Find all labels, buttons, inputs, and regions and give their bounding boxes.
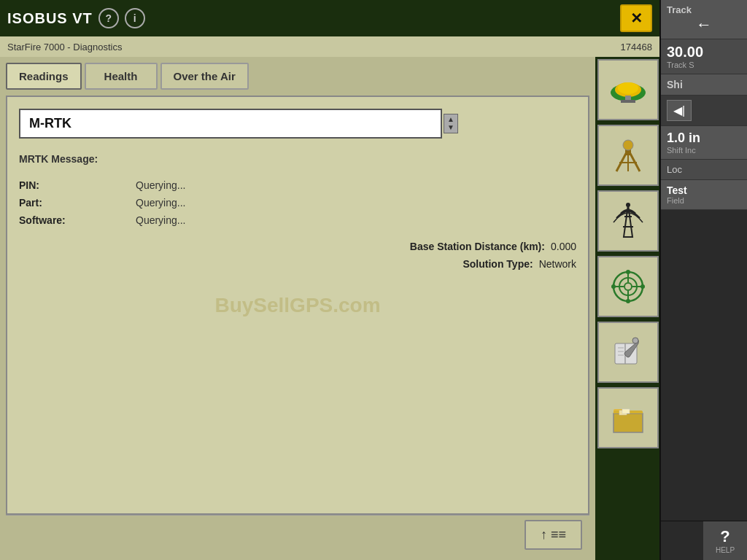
software-row: Software: Querying...: [19, 214, 576, 226]
solution-type-value: Network: [539, 258, 576, 270]
part-label: Part:: [19, 197, 136, 209]
solution-type-row: Solution Type: Network: [19, 258, 576, 270]
content-wrapper: Readings Health Over the Air M-RTK ▲ ▼: [0, 57, 659, 560]
back-button[interactable]: ◀|: [667, 100, 692, 121]
shift-section: Shi: [661, 74, 747, 96]
left-panel: Readings Health Over the Air M-RTK ▲ ▼: [0, 57, 595, 560]
wrench-book-button[interactable]: [597, 322, 659, 383]
subtitle-bar: StarFire 7000 - Diagnostics 174468: [0, 36, 659, 57]
bottom-bar: ↑ ≡≡: [6, 515, 589, 554]
tab-over-the-air[interactable]: Over the Air: [160, 63, 249, 90]
far-right-panel: Track ← 30.00 Track S Shi ◀| 1.0 in Shif…: [659, 0, 747, 560]
info-icon[interactable]: i: [125, 8, 145, 28]
track-number: 30.00: [667, 44, 741, 61]
right-sidebar: [595, 57, 659, 560]
svg-point-17: [624, 283, 632, 290]
pin-label: PIN:: [19, 179, 136, 191]
test-label: Test: [667, 184, 741, 196]
tabs-bar: Readings Health Over the Air: [6, 63, 589, 90]
watermark: BuySellGPS.com: [214, 294, 380, 317]
shift-inc-sub: Shift Inc: [667, 146, 741, 155]
right-fields: Base Station Distance (km): 0.000 Soluti…: [19, 241, 576, 270]
svg-point-23: [626, 299, 630, 303]
loc-section: Loc: [661, 160, 747, 180]
dropdown-arrows[interactable]: ▲ ▼: [444, 114, 458, 133]
spacer: [661, 210, 747, 521]
content-box: M-RTK ▲ ▼ MRTK Message: BuySellGPS.com P…: [6, 96, 589, 515]
software-value: Querying...: [136, 214, 185, 226]
signal-tower-button[interactable]: [597, 190, 659, 252]
target-crosshair-icon: [608, 266, 649, 307]
svg-rect-4: [621, 100, 635, 103]
mrtk-message-label: MRTK Message:: [19, 153, 576, 165]
track-label: Track: [667, 4, 741, 15]
base-station-value: 0.000: [551, 241, 576, 252]
mrtk-dropdown[interactable]: M-RTK: [19, 109, 442, 139]
track-section: Track ←: [661, 0, 747, 39]
device-id: 174468: [621, 42, 652, 52]
test-section: Test Field: [661, 180, 747, 210]
svg-point-9: [623, 140, 633, 150]
help-icon: ?: [720, 527, 729, 546]
folder-icon: [608, 397, 649, 438]
bottom-spacer: [661, 521, 703, 560]
help-icon[interactable]: ?: [98, 8, 119, 28]
data-section: PIN: Querying... Part: Querying... Softw…: [19, 179, 576, 226]
svg-point-24: [611, 284, 616, 289]
shift-inc-section: 1.0 in Shift Inc: [661, 126, 747, 160]
tab-health[interactable]: Health: [85, 63, 158, 90]
shift-inc-value: 1.0 in: [667, 131, 741, 146]
field-label: Field: [667, 196, 741, 205]
part-row: Part: Querying...: [19, 197, 576, 209]
title-left: ISOBUS VT ? i: [7, 8, 145, 28]
svg-point-2: [618, 82, 638, 94]
track-number-section: 30.00 Track S: [661, 39, 747, 74]
survey-tripod-button[interactable]: [597, 125, 659, 186]
svg-point-31: [632, 338, 638, 343]
folder-button[interactable]: [597, 387, 659, 448]
svg-point-22: [626, 270, 630, 274]
gps-dome-button[interactable]: [597, 59, 659, 120]
survey-tripod-icon: [608, 135, 649, 176]
app-title: ISOBUS VT: [7, 10, 93, 27]
svg-point-25: [640, 284, 645, 289]
pin-row: PIN: Querying...: [19, 179, 576, 191]
tab-readings[interactable]: Readings: [6, 63, 82, 90]
svg-line-6: [616, 149, 628, 171]
close-button[interactable]: ✕: [620, 4, 652, 32]
up-arrow: ▲: [447, 116, 454, 123]
track-sub: Track S: [667, 61, 741, 69]
help-button[interactable]: ? HELP: [703, 521, 747, 560]
back-section: ◀|: [661, 96, 747, 126]
title-bar: ISOBUS VT ? i ✕: [0, 0, 659, 36]
dropdown-value: M-RTK: [29, 116, 71, 131]
solution-type-label: Solution Type:: [462, 258, 533, 270]
base-station-row: Base Station Distance (km): 0.000: [19, 241, 576, 252]
bottom-row: ? HELP: [661, 521, 747, 560]
shift-label: Shi: [667, 79, 741, 90]
loc-label: Loc: [667, 164, 741, 175]
svg-point-14: [626, 203, 630, 207]
base-station-label: Base Station Distance (km):: [410, 241, 545, 252]
pin-value: Querying...: [136, 179, 185, 191]
signal-tower-icon: [608, 201, 649, 241]
svg-rect-33: [622, 409, 630, 413]
part-value: Querying...: [136, 197, 185, 209]
device-name: StarFire 7000 - Diagnostics: [7, 42, 123, 52]
svg-line-7: [628, 149, 640, 171]
track-value: ←: [667, 15, 741, 34]
sort-button[interactable]: ↑ ≡≡: [525, 520, 582, 550]
software-label: Software:: [19, 214, 136, 226]
target-crosshair-button[interactable]: [597, 256, 659, 317]
arrow-left-icon: ←: [696, 15, 712, 34]
dropdown-row: M-RTK ▲ ▼: [19, 109, 576, 139]
help-label: HELP: [716, 546, 735, 554]
gps-dome-icon: [608, 69, 649, 110]
down-arrow: ▼: [447, 124, 454, 131]
wrench-book-icon: [608, 332, 649, 373]
